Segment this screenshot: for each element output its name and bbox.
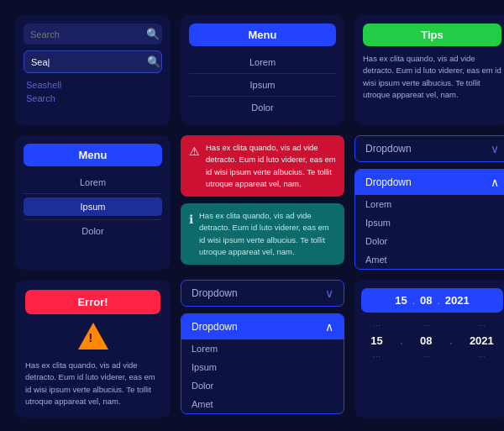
search-input-active[interactable]: [31, 57, 147, 67]
tips-text: Has ex clita quando, vis ad vide detract…: [363, 53, 501, 101]
date-picker-widget: 15 . 08 . 2021 ··· 15 ··· . ··· 08 ··· .…: [354, 280, 504, 418]
search-bar-inactive[interactable]: 🔍: [24, 24, 162, 45]
search-result-2[interactable]: Search: [24, 92, 162, 105]
date-header: 15 . 08 . 2021: [361, 288, 503, 313]
error-header: Error!: [25, 290, 160, 314]
search-result-1[interactable]: Seashell: [24, 78, 162, 92]
tips-widget: Tips Has ex clita quando, vis ad vide de…: [354, 15, 504, 125]
date-month-above: ···: [419, 319, 433, 331]
date-day-column[interactable]: ··· 15 ···: [367, 319, 386, 362]
menu-item-lorem-top[interactable]: Lorem: [189, 53, 336, 71]
dropdown-open-right-label: Dropdown: [365, 176, 412, 188]
search-bar-active[interactable]: 🔍: [24, 50, 162, 73]
menu-widget-top: Menu Lorem Ipsum Dolor: [181, 15, 344, 125]
date-year-value: 2021: [466, 333, 497, 349]
dropdown-open-bottom-header[interactable]: Dropdown ∧: [181, 314, 344, 339]
date-month-value: 08: [417, 333, 435, 349]
search-widget: 🔍 🔍 Seashell Search: [15, 15, 171, 125]
menu-item-ipsum-top[interactable]: Ipsum: [189, 76, 336, 94]
dropdown-open-right-header[interactable]: Dropdown ∧: [355, 170, 504, 195]
alerts-column: ⚠ Has ex clita quando, vis ad vide detra…: [181, 135, 344, 270]
dropdown-mid-column: Dropdown ∨ Dropdown ∧ Lorem Ipsum Dolor …: [181, 280, 344, 418]
date-header-day: 15: [395, 294, 407, 307]
date-year-above: ···: [475, 319, 489, 331]
error-triangle-icon: [78, 323, 108, 350]
menu-item-lorem-left[interactable]: Lorem: [24, 173, 162, 192]
date-header-month: 08: [420, 294, 432, 307]
date-day-value: 15: [367, 333, 386, 349]
alert-red-text: Has ex clita quando, vis ad vide detract…: [206, 142, 336, 190]
menu-header-left: Menu: [24, 144, 162, 166]
dropdown-option-ipsum-bottom[interactable]: Ipsum: [181, 358, 344, 376]
date-header-year: 2021: [445, 294, 470, 307]
dropdown-option-lorem-right[interactable]: Lorem: [355, 195, 504, 213]
alert-red: ⚠ Has ex clita quando, vis ad vide detra…: [181, 135, 344, 197]
dropdown-option-amet-bottom[interactable]: Amet: [181, 395, 344, 413]
dropdown-option-amet-right[interactable]: Amet: [355, 250, 504, 269]
chevron-down-icon-top: ∨: [491, 142, 499, 155]
error-text: Has ex clita quando, vis ad vide detract…: [25, 360, 160, 407]
tips-header: Tips: [363, 24, 501, 46]
dropdown-open-bottom-label: Dropdown: [192, 321, 238, 333]
dropdown-option-dolor-right[interactable]: Dolor: [355, 232, 504, 250]
date-month-column[interactable]: ··· 08 ···: [417, 319, 435, 362]
dropdown-open-bottom: Dropdown ∧ Lorem Ipsum Dolor Amet: [181, 313, 344, 414]
date-scroll-area: ··· 15 ··· . ··· 08 ··· . ··· 2021 ···: [361, 319, 503, 362]
menu-item-dolor-left[interactable]: Dolor: [24, 222, 162, 240]
date-day-below: ···: [370, 350, 384, 362]
search-icon-active[interactable]: 🔍: [147, 55, 160, 68]
date-year-column[interactable]: ··· 2021 ···: [466, 319, 497, 362]
chevron-up-icon-bottom: ∧: [325, 320, 333, 334]
date-sep-1: .: [398, 334, 405, 347]
dropdown-collapsed-mid[interactable]: Dropdown ∨: [181, 280, 344, 307]
search-input-top[interactable]: [30, 29, 146, 39]
menu-header-top: Menu: [189, 24, 336, 46]
error-widget: Error! Has ex clita quando, vis ad vide …: [15, 280, 171, 418]
dropdown-collapsed-top-label: Dropdown: [365, 143, 412, 155]
date-dot-1: .: [412, 295, 415, 307]
chevron-down-icon-mid: ∨: [325, 286, 333, 300]
chevron-up-icon-right: ∧: [491, 176, 499, 189]
menu-item-ipsum-left-selected[interactable]: Ipsum: [24, 197, 162, 216]
date-year-below: ···: [475, 350, 489, 362]
dropdown-right-column: Dropdown ∨ Dropdown ∧ Lorem Ipsum Dolor …: [354, 135, 504, 270]
alert-teal-text: Has ex clita quando, vis ad vide detract…: [199, 210, 336, 258]
date-sep-2: .: [448, 334, 454, 347]
dropdown-option-dolor-bottom[interactable]: Dolor: [181, 376, 344, 395]
alert-red-icon: ⚠: [189, 143, 200, 160]
alert-teal: ℹ Has ex clita quando, vis ad vide detra…: [181, 203, 344, 265]
dropdown-open-right: Dropdown ∧ Lorem Ipsum Dolor Amet: [354, 169, 504, 270]
date-day-above: ···: [370, 319, 384, 331]
search-icon-top[interactable]: 🔍: [146, 28, 160, 40]
dropdown-option-lorem-bottom[interactable]: Lorem: [181, 339, 344, 358]
menu-widget-left: Menu Lorem Ipsum Dolor: [15, 135, 171, 270]
alert-teal-icon: ℹ: [189, 211, 193, 229]
dropdown-collapsed-top[interactable]: Dropdown ∨: [354, 135, 504, 162]
menu-item-dolor-top[interactable]: Dolor: [189, 98, 336, 117]
error-icon-row: [25, 323, 160, 353]
dropdown-option-ipsum-right[interactable]: Ipsum: [355, 213, 504, 232]
date-month-below: ···: [419, 350, 433, 362]
dropdown-collapsed-mid-label: Dropdown: [192, 287, 238, 299]
date-dot-2: .: [438, 295, 440, 307]
